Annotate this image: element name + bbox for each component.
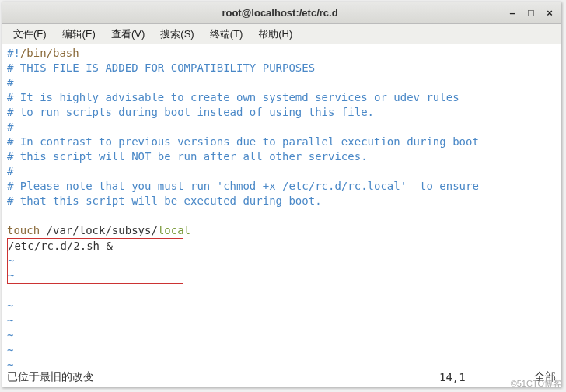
comment-line: # In contrast to previous versions due t… — [7, 135, 479, 148]
menu-edit[interactable]: 编辑(E) — [54, 26, 103, 43]
vim-tilde: ~ — [7, 344, 13, 356]
vim-tilde: ~ — [8, 254, 14, 267]
comment-line: # this script will NOT be run after all … — [7, 150, 368, 163]
maximize-button[interactable]: □ — [525, 7, 537, 19]
comment-line: # It is highly advisable to create own s… — [7, 91, 459, 103]
comment-line: # — [7, 121, 13, 133]
vim-tilde: ~ — [7, 314, 13, 327]
comment-line: # Please note that you must run 'chmod +… — [7, 180, 479, 192]
menu-terminal[interactable]: 终端(T) — [202, 26, 251, 43]
menu-view[interactable]: 查看(V) — [103, 26, 152, 43]
watermark: ©51CTO博客 — [511, 378, 561, 390]
shebang-path: /bin/bash — [20, 47, 79, 59]
terminal-window: root@localhost:/etc/rc.d – □ × 文件(F) 编辑(… — [2, 2, 561, 387]
vim-tilde: ~ — [7, 329, 13, 341]
touch-cmd: touch — [7, 224, 47, 236]
comment-line: # THIS FILE IS ADDED FOR COMPATIBILITY P… — [7, 61, 315, 74]
vim-tilde: ~ — [7, 299, 13, 312]
status-position: 14,1 — [439, 371, 509, 383]
user-line: /etc/rc.d/2.sh & — [8, 240, 113, 252]
menu-help[interactable]: 帮助(H) — [250, 26, 300, 43]
touch-path-file: local — [158, 224, 190, 236]
terminal-viewport[interactable]: #!/bin/bash # THIS FILE IS ADDED FOR COM… — [2, 44, 561, 369]
close-button[interactable]: × — [543, 7, 556, 19]
vim-statusbar: 已位于最旧的改变 14,1 全部 — [2, 369, 561, 387]
comment-line: # — [7, 76, 13, 89]
menu-file[interactable]: 文件(F) — [5, 26, 54, 43]
menubar: 文件(F) 编辑(E) 查看(V) 搜索(S) 终端(T) 帮助(H) — [2, 24, 561, 44]
minimize-button[interactable]: – — [506, 7, 519, 19]
shebang-hash: #! — [7, 47, 20, 59]
window-controls: – □ × — [506, 7, 556, 19]
comment-line: # that this script will be executed duri… — [7, 194, 322, 207]
touch-path-dir: /var/lock/subsys/ — [47, 224, 158, 236]
menu-search[interactable]: 搜索(S) — [152, 26, 201, 43]
window-title: root@localhost:/etc/rc.d — [54, 7, 506, 19]
comment-line: # to run scripts during boot instead of … — [7, 106, 374, 118]
vim-tilde: ~ — [7, 359, 13, 369]
vim-tilde: ~ — [8, 269, 14, 282]
titlebar: root@localhost:/etc/rc.d – □ × — [2, 2, 561, 24]
status-message: 已位于最旧的改变 — [7, 370, 439, 384]
comment-line: # — [7, 165, 13, 177]
highlight-box: /etc/rc.d/2.sh & ~ ~ — [7, 238, 183, 284]
